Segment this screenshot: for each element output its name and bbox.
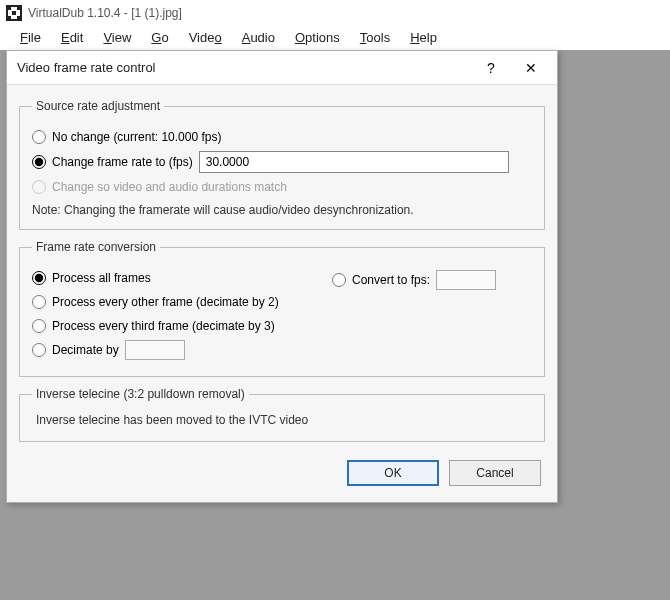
change-to-radio[interactable] (32, 155, 46, 169)
frc-legend: Frame rate conversion (32, 240, 160, 254)
convert-fps-label: Convert to fps: (352, 273, 430, 287)
dialog-body: Source rate adjustment No change (curren… (7, 85, 557, 502)
process-all-row[interactable]: Process all frames (32, 268, 332, 288)
menu-video[interactable]: Video (179, 28, 232, 47)
frame-rate-dialog: Video frame rate control ? ✕ Source rate… (6, 50, 558, 503)
menu-go[interactable]: Go (141, 28, 178, 47)
match-durations-row: Change so video and audio durations matc… (32, 177, 532, 197)
menu-file[interactable]: File (10, 28, 51, 47)
menu-edit[interactable]: Edit (51, 28, 93, 47)
fps-input[interactable] (199, 151, 509, 173)
process-all-label: Process all frames (52, 271, 151, 285)
cancel-label: Cancel (476, 466, 513, 480)
main-window: VirtualDub 1.10.4 - [1 (1).jpg] File Edi… (0, 0, 670, 600)
convert-fps-row: Convert to fps: (332, 270, 532, 290)
menu-options[interactable]: Options (285, 28, 350, 47)
process-3-row[interactable]: Process every third frame (decimate by 3… (32, 316, 332, 336)
source-note: Note: Changing the framerate will cause … (32, 203, 532, 217)
close-button[interactable]: ✕ (511, 54, 551, 82)
decimate-by-radio[interactable] (32, 343, 46, 357)
convert-fps-radio[interactable] (332, 273, 346, 287)
menu-view[interactable]: View (93, 28, 141, 47)
convert-fps-input[interactable] (436, 270, 496, 290)
ivtc-text: Inverse telecine has been moved to the I… (32, 411, 532, 429)
process-2-label: Process every other frame (decimate by 2… (52, 295, 279, 309)
source-rate-group: Source rate adjustment No change (curren… (19, 99, 545, 230)
decimate-by-input[interactable] (125, 340, 185, 360)
source-rate-legend: Source rate adjustment (32, 99, 164, 113)
close-icon: ✕ (525, 60, 537, 76)
app-icon (6, 5, 22, 21)
cancel-button[interactable]: Cancel (449, 460, 541, 486)
titlebar-text: VirtualDub 1.10.4 - [1 (1).jpg] (28, 6, 182, 20)
titlebar: VirtualDub 1.10.4 - [1 (1).jpg] (0, 0, 670, 26)
match-durations-radio (32, 180, 46, 194)
no-change-radio[interactable] (32, 130, 46, 144)
help-icon: ? (487, 60, 495, 76)
decimate-by-label: Decimate by (52, 343, 119, 357)
svg-rect-3 (17, 7, 20, 10)
menu-help[interactable]: Help (400, 28, 447, 47)
svg-rect-4 (8, 16, 11, 19)
dialog-titlebar: Video frame rate control ? ✕ (7, 51, 557, 85)
change-to-label: Change frame rate to (fps) (52, 155, 193, 169)
change-to-row: Change frame rate to (fps) (32, 151, 532, 173)
process-3-label: Process every third frame (decimate by 3… (52, 319, 275, 333)
svg-rect-5 (17, 16, 20, 19)
svg-rect-6 (12, 11, 16, 15)
menu-tools[interactable]: Tools (350, 28, 400, 47)
menu-audio[interactable]: Audio (232, 28, 285, 47)
ivtc-group: Inverse telecine (3:2 pulldown removal) … (19, 387, 545, 442)
ok-label: OK (384, 466, 401, 480)
process-2-radio[interactable] (32, 295, 46, 309)
decimate-by-row: Decimate by (32, 340, 332, 360)
help-button[interactable]: ? (471, 54, 511, 82)
ok-button[interactable]: OK (347, 460, 439, 486)
process-all-radio[interactable] (32, 271, 46, 285)
svg-rect-2 (8, 7, 11, 10)
ivtc-legend: Inverse telecine (3:2 pulldown removal) (32, 387, 249, 401)
no-change-row[interactable]: No change (current: 10.000 fps) (32, 127, 532, 147)
frc-group: Frame rate conversion Process all frames… (19, 240, 545, 377)
no-change-label: No change (current: 10.000 fps) (52, 130, 221, 144)
process-2-row[interactable]: Process every other frame (decimate by 2… (32, 292, 332, 312)
process-3-radio[interactable] (32, 319, 46, 333)
dialog-button-row: OK Cancel (19, 452, 545, 490)
match-durations-label: Change so video and audio durations matc… (52, 180, 287, 194)
dialog-title: Video frame rate control (17, 60, 471, 75)
